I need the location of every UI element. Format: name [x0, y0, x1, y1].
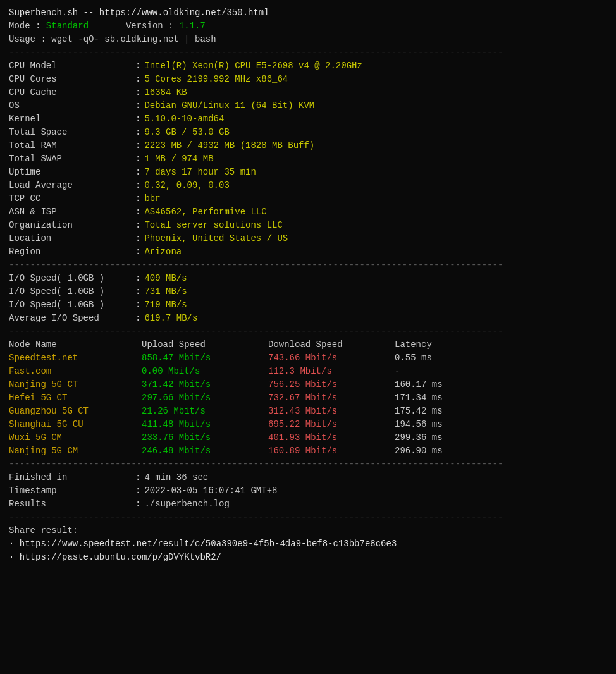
usage-colon: : — [40, 34, 51, 44]
load-avg-label: Load Average — [9, 179, 135, 192]
speed-row-node: Fast.com — [9, 365, 142, 378]
speed-row-download: 312.43 Mbit/s — [268, 405, 395, 418]
finished-label: Finished in — [9, 471, 135, 484]
footer-section: Finished in : 4 min 36 sec Timestamp : 2… — [9, 471, 607, 511]
kernel-value: 5.10.0-10-amd64 — [144, 113, 224, 126]
speed-row-node: Nanjing 5G CM — [9, 444, 142, 458]
col-download-header: Download Speed — [268, 338, 395, 352]
org-label: Organization — [9, 219, 135, 232]
location-colon: : — [135, 232, 140, 245]
col-upload-header: Upload Speed — [142, 338, 268, 352]
col-node-header: Node Name — [9, 338, 142, 352]
load-avg-row: Load Average : 0.32, 0.09, 0.03 — [9, 179, 607, 192]
org-row: Organization : Total server solutions LL… — [9, 219, 607, 232]
location-label: Location — [9, 232, 135, 245]
speed-row-node: Hefei 5G CT — [9, 391, 142, 405]
speed-table-row: Speedtest.net858.47 Mbit/s743.66 Mbit/s0… — [9, 352, 607, 365]
total-swap-row: Total SWAP : 1 MB / 974 MB — [9, 152, 607, 166]
location-row: Location : Phoenix, United States / US — [9, 232, 607, 245]
speed-row-upload: 297.66 Mbit/s — [142, 391, 268, 405]
io3-label: I/O Speed( 1.0GB ) — [9, 298, 135, 312]
io-avg-value: 619.7 MB/s — [144, 312, 197, 325]
version-label: Version — [126, 21, 163, 31]
speed-row-node: Shanghai 5G CU — [9, 418, 142, 431]
speed-row-download: 160.89 Mbit/s — [268, 444, 395, 458]
io2-label: I/O Speed( 1.0GB ) — [9, 285, 135, 298]
system-info: CPU Model : Intel(R) Xeon(R) CPU E5-2698… — [9, 59, 607, 259]
tcp-cc-label: TCP CC — [9, 192, 135, 205]
total-ram-row: Total RAM : 2223 MB / 4932 MB (1828 MB B… — [9, 139, 607, 152]
uptime-label: Uptime — [9, 166, 135, 179]
io-section: I/O Speed( 1.0GB ) : 409 MB/s I/O Speed(… — [9, 272, 607, 325]
region-row: Region : Arizona — [9, 245, 607, 259]
asn-row: ASN & ISP : AS46562, Performive LLC — [9, 205, 607, 219]
speed-table-row: Fast.com0.00 Mbit/s112.3 Mbit/s- — [9, 365, 607, 378]
header-usage-row: Usage : wget -qO- sb.oldking.net | bash — [9, 33, 607, 46]
speed-row-latency: 299.36 ms — [395, 431, 471, 444]
os-value: Debian GNU/Linux 11 (64 Bit) KVM — [144, 99, 314, 113]
divider-3: ----------------------------------------… — [9, 325, 607, 338]
speed-row-download: 743.66 Mbit/s — [268, 352, 395, 365]
speed-row-latency: 160.17 ms — [395, 378, 471, 391]
cpu-cores-label: CPU Cores — [9, 73, 135, 86]
cpu-cores-value: 5 Cores 2199.992 MHz x86_64 — [144, 73, 288, 86]
speed-row-latency: 296.90 ms — [395, 444, 471, 458]
share-url2: · https://paste.ubuntu.com/p/gDVYKtvbR2/ — [9, 551, 607, 564]
org-colon: : — [135, 219, 140, 232]
divider-5: ----------------------------------------… — [9, 511, 607, 524]
speed-row-node: Guangzhou 5G CT — [9, 405, 142, 418]
mode-label: Mode — [9, 21, 30, 31]
col-latency-header: Latency — [395, 338, 471, 352]
org-value: Total server solutions LLC — [144, 219, 282, 232]
speed-row-node: Wuxi 5G CM — [9, 431, 142, 444]
uptime-colon: : — [135, 166, 140, 179]
os-row: OS : Debian GNU/Linux 11 (64 Bit) KVM — [9, 99, 607, 113]
kernel-label: Kernel — [9, 113, 135, 126]
divider-1: ----------------------------------------… — [9, 46, 607, 59]
header-title: Superbench.sh -- https://www.oldking.net… — [9, 6, 607, 20]
speed-row-latency: 0.55 ms — [395, 352, 471, 365]
cpu-cores-row: CPU Cores : 5 Cores 2199.992 MHz x86_64 — [9, 73, 607, 86]
location-value: Phoenix, United States / US — [144, 232, 288, 245]
total-ram-label: Total RAM — [9, 139, 135, 152]
speed-row-node: Nanjing 5G CT — [9, 378, 142, 391]
speed-row-latency: 171.34 ms — [395, 391, 471, 405]
region-colon: : — [135, 245, 140, 259]
speed-table-row: Shanghai 5G CU411.48 Mbit/s695.22 Mbit/s… — [9, 418, 607, 431]
results-row: Results : ./superbench.log — [9, 498, 607, 511]
speed-row-upload: 371.42 Mbit/s — [142, 378, 268, 391]
cpu-cores-colon: : — [135, 73, 140, 86]
timestamp-value: 2022-03-05 16:07:41 GMT+8 — [144, 484, 277, 498]
speed-row-upload: 233.76 Mbit/s — [142, 431, 268, 444]
speed-row-download: 756.25 Mbit/s — [268, 378, 395, 391]
speed-row-upload: 246.48 Mbit/s — [142, 444, 268, 458]
mode-colon: : — [35, 21, 46, 31]
timestamp-colon: : — [135, 484, 140, 498]
io3-row: I/O Speed( 1.0GB ) : 719 MB/s — [9, 298, 607, 312]
speed-table: Node Name Upload Speed Download Speed La… — [9, 338, 607, 458]
finished-value: 4 min 36 sec — [144, 471, 208, 484]
io3-value: 719 MB/s — [144, 298, 187, 312]
speed-row-upload: 21.26 Mbit/s — [142, 405, 268, 418]
share-label: Share result: — [9, 524, 607, 537]
speed-row-download: 732.67 Mbit/s — [268, 391, 395, 405]
total-ram-value: 2223 MB / 4932 MB (1828 MB Buff) — [144, 139, 314, 152]
share-section: Share result: · https://www.speedtest.ne… — [9, 524, 607, 564]
speed-row-latency: 175.42 ms — [395, 405, 471, 418]
region-label: Region — [9, 245, 135, 259]
speed-table-row: Hefei 5G CT297.66 Mbit/s732.67 Mbit/s171… — [9, 391, 607, 405]
cpu-cache-colon: : — [135, 86, 140, 99]
speed-row-latency: 194.56 ms — [395, 418, 471, 431]
io2-value: 731 MB/s — [144, 285, 187, 298]
cpu-cache-value: 16384 KB — [144, 86, 187, 99]
uptime-row: Uptime : 7 days 17 hour 35 min — [9, 166, 607, 179]
io1-row: I/O Speed( 1.0GB ) : 409 MB/s — [9, 272, 607, 285]
speed-table-row: Wuxi 5G CM233.76 Mbit/s401.93 Mbit/s299.… — [9, 431, 607, 444]
os-colon: : — [135, 99, 140, 113]
tcp-cc-row: TCP CC : bbr — [9, 192, 607, 205]
io1-label: I/O Speed( 1.0GB ) — [9, 272, 135, 285]
version-colon: : — [168, 21, 179, 31]
kernel-row: Kernel : 5.10.0-10-amd64 — [9, 113, 607, 126]
asn-value: AS46562, Performive LLC — [144, 205, 266, 219]
speed-table-row: Guangzhou 5G CT21.26 Mbit/s312.43 Mbit/s… — [9, 405, 607, 418]
